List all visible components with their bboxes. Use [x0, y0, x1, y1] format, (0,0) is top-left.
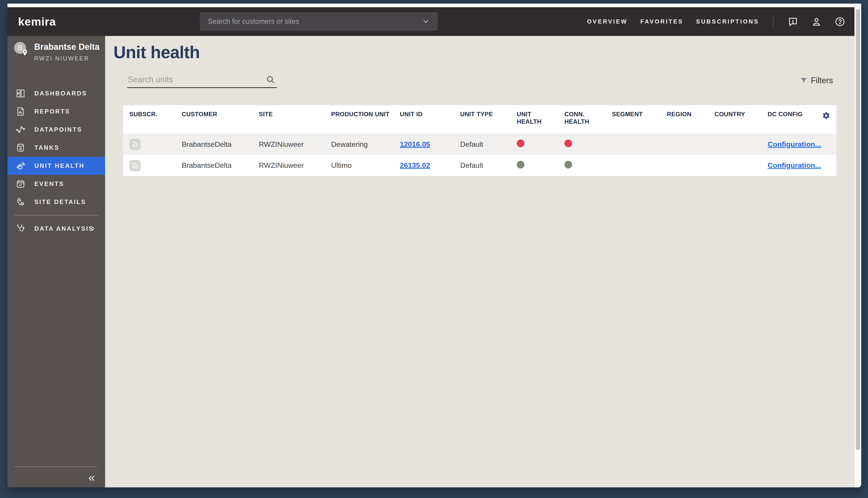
cell-site: RWZINiuweer	[253, 134, 325, 155]
cell-region	[660, 155, 708, 176]
help-icon[interactable]	[834, 16, 845, 27]
sidebar-item-unit-health[interactable]: UNIT HEALTH	[8, 157, 105, 175]
cell-segment	[605, 134, 660, 155]
col-region[interactable]: REGION	[660, 105, 708, 134]
subscribe-rss-icon[interactable]	[129, 139, 141, 150]
conn-health-status-dot	[564, 140, 572, 147]
location-pin-icon	[21, 49, 29, 56]
avatar: B	[14, 42, 26, 54]
col-site[interactable]: SITE	[253, 105, 325, 134]
app-window: kemira OVERVIEW FAVORITES SUBSCRIPTIONS	[8, 4, 861, 487]
sidebar-item-data-analysis[interactable]: DATA ANALYSIS	[8, 220, 105, 238]
customer-profile: B Brabantse Delta RWZI NIUWEER	[8, 42, 105, 62]
unit-health-icon	[15, 160, 26, 171]
col-production-unit[interactable]: PRODUCTION UNIT	[325, 105, 393, 134]
cell-unit-type: Default	[454, 134, 510, 155]
column-settings-gear-icon[interactable]	[820, 110, 833, 120]
col-subscr[interactable]: SUBSCR.	[123, 105, 175, 134]
scrollbar-thumb[interactable]	[856, 9, 860, 450]
desktop-background: kemira OVERVIEW FAVORITES SUBSCRIPTIONS	[0, 0, 868, 498]
customer-site-search[interactable]	[200, 12, 438, 31]
unit-search-input[interactable]	[127, 75, 266, 84]
site-details-icon	[15, 197, 26, 207]
sidebar-item-events[interactable]: EVENTS	[8, 175, 105, 193]
sidebar-bottom-divider	[14, 467, 97, 467]
sidebar-item-tanks[interactable]: TANKS	[8, 139, 105, 157]
chevron-right-icon	[90, 226, 96, 232]
report-icon	[15, 106, 26, 117]
col-dc-config[interactable]: DC CONFIG	[761, 105, 820, 134]
datapoints-icon	[15, 124, 26, 135]
cell-segment	[605, 155, 660, 176]
stethoscope-icon	[15, 223, 26, 234]
cell-country	[708, 155, 761, 176]
subscribe-rss-icon[interactable]	[129, 160, 141, 171]
cell-customer: BrabantseDelta	[175, 134, 253, 155]
nav-separator	[773, 16, 774, 28]
nav-overview[interactable]: OVERVIEW	[587, 18, 628, 25]
table-row[interactable]: BrabantseDelta RWZINiuweer Dewatering 12…	[123, 134, 836, 155]
tank-icon	[15, 143, 26, 153]
unit-id-link[interactable]: 12016.05	[400, 140, 430, 148]
window-scrollbar[interactable]	[854, 7, 861, 487]
dc-configuration-link[interactable]: Configuration...	[767, 161, 821, 169]
table-row[interactable]: BrabantseDelta RWZINiuweer Ultimo 26135.…	[123, 155, 836, 176]
menu-divider	[14, 215, 98, 215]
sidebar-item-dashboards[interactable]: DASHBOARDS	[8, 84, 105, 103]
sidebar-item-reports[interactable]: REPORTS	[8, 103, 105, 120]
unit-id-link[interactable]: 26135.02	[400, 161, 430, 169]
conn-health-status-dot	[564, 161, 572, 169]
user-account-icon[interactable]	[811, 16, 822, 27]
filters-button[interactable]: Filters	[800, 76, 833, 85]
customer-name: Brabantse Delta	[34, 42, 99, 52]
table-header-row: SUBSCR. CUSTOMER SITE PRODUCTION UNIT UN…	[123, 105, 836, 134]
unit-search[interactable]	[127, 72, 277, 88]
col-country[interactable]: COUNTRY	[708, 105, 761, 134]
col-unit-health[interactable]: UNIT HEALTH	[510, 105, 558, 134]
cell-production-unit: Dewatering	[325, 134, 393, 155]
sidebar: B Brabantse Delta RWZI NIUWEER	[8, 36, 105, 487]
search-icon[interactable]	[266, 75, 276, 84]
dashboard-icon	[15, 88, 26, 99]
site-name: RWZI NIUWEER	[34, 55, 99, 62]
sidebar-collapse-button[interactable]: «	[89, 472, 95, 483]
top-navigation: OVERVIEW FAVORITES SUBSCRIPTIONS	[587, 7, 845, 36]
calendar-check-icon	[15, 179, 26, 189]
cell-country	[708, 134, 761, 155]
sidebar-item-datapoints[interactable]: DATAPOINTS	[8, 120, 105, 139]
dc-configuration-link[interactable]: Configuration...	[767, 140, 821, 148]
nav-subscriptions[interactable]: SUBSCRIPTIONS	[696, 18, 759, 25]
filter-funnel-icon	[800, 77, 807, 84]
customer-site-search-input[interactable]	[208, 17, 422, 26]
unit-health-status-dot	[517, 161, 524, 169]
kemira-logo: kemira	[18, 7, 56, 36]
sidebar-menu: DASHBOARDS REPORTS	[8, 84, 105, 238]
cell-production-unit: Ultimo	[325, 155, 393, 176]
col-unit-id[interactable]: UNIT ID	[393, 105, 454, 134]
cell-customer: BrabantseDelta	[175, 155, 253, 176]
cell-region	[660, 134, 708, 155]
nav-favorites[interactable]: FAVORITES	[640, 18, 683, 25]
col-unit-type[interactable]: UNIT TYPE	[454, 105, 510, 134]
page-title: Unit health	[113, 42, 200, 62]
chevron-down-icon[interactable]	[422, 17, 430, 26]
col-segment[interactable]: SEGMENT	[605, 105, 660, 134]
unit-health-status-dot	[517, 140, 524, 147]
main-content: Unit health Filters	[105, 36, 854, 487]
feedback-icon[interactable]	[788, 16, 798, 27]
sidebar-item-site-details[interactable]: SITE DETAILS	[8, 193, 105, 211]
cell-unit-type: Default	[454, 155, 510, 176]
col-customer[interactable]: CUSTOMER	[175, 105, 253, 134]
filters-label: Filters	[811, 76, 833, 85]
cell-site: RWZINiuweer	[253, 155, 325, 176]
col-conn-health[interactable]: CONN. HEALTH	[558, 105, 605, 134]
unit-health-table: SUBSCR. CUSTOMER SITE PRODUCTION UNIT UN…	[123, 105, 836, 176]
top-bar: kemira OVERVIEW FAVORITES SUBSCRIPTIONS	[8, 7, 854, 36]
